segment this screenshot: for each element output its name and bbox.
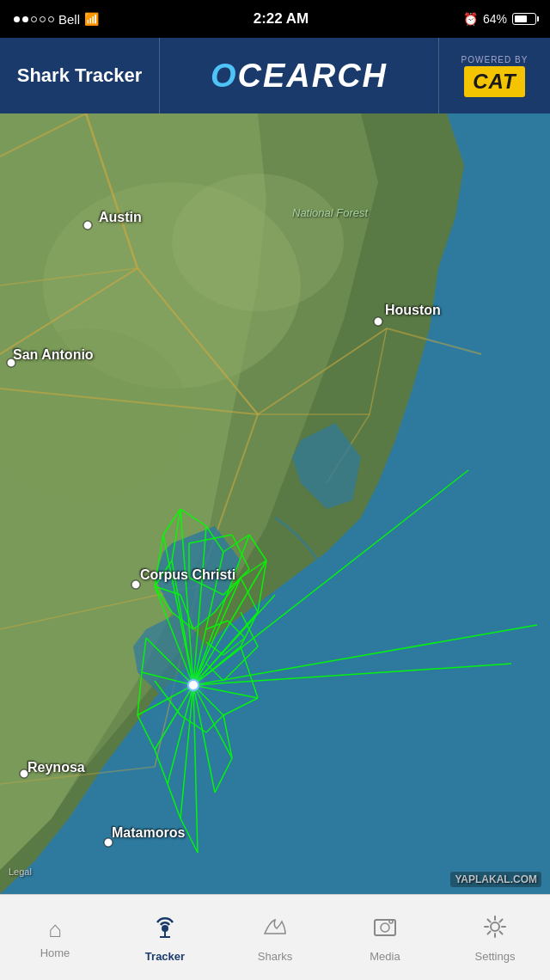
- tab-home-label: Home: [40, 946, 70, 959]
- svg-point-98: [7, 358, 15, 367]
- app-title: Shark Tracker: [0, 38, 160, 113]
- signal-dot-1: [14, 16, 20, 22]
- svg-point-97: [374, 317, 382, 326]
- settings-icon: [481, 913, 509, 946]
- status-left: Bell 📶: [14, 12, 99, 27]
- signal-dots: [14, 16, 54, 22]
- battery-percentage: 64%: [483, 12, 507, 26]
- map-svg: [0, 113, 550, 894]
- alarm-icon: ⏰: [463, 12, 478, 26]
- tab-sharks-label: Sharks: [258, 950, 292, 963]
- signal-dot-2: [22, 16, 28, 22]
- tracker-icon: [151, 913, 179, 946]
- svg-point-101: [104, 838, 113, 847]
- tab-settings-label: Settings: [475, 950, 516, 963]
- signal-dot-5: [48, 16, 54, 22]
- tab-settings[interactable]: Settings: [440, 895, 550, 980]
- tab-media[interactable]: Media: [330, 895, 440, 980]
- status-bar: Bell 📶 2:22 AM ⏰ 64%: [0, 0, 550, 38]
- media-icon: [371, 913, 399, 946]
- tab-sharks[interactable]: Sharks: [220, 895, 330, 980]
- svg-point-96: [83, 221, 92, 230]
- svg-point-6: [172, 174, 344, 311]
- signal-dot-3: [31, 16, 37, 22]
- national-forest-label: National Forest: [292, 206, 368, 219]
- cat-logo: CAT: [464, 66, 525, 97]
- home-icon: ⌂: [48, 916, 62, 943]
- powered-by-label: POWERED BY: [461, 55, 529, 64]
- battery-icon: [512, 13, 536, 25]
- wifi-icon: 📶: [84, 12, 99, 26]
- ocearch-logo: OCEARCH: [211, 58, 388, 95]
- svg-point-102: [162, 925, 168, 932]
- svg-point-107: [389, 920, 393, 923]
- tab-tracker-label: Tracker: [145, 950, 185, 963]
- watermark: YAPLAKAL.COM: [450, 872, 541, 887]
- svg-point-100: [20, 769, 28, 778]
- app-header: Shark Tracker OCEARCH POWERED BY CAT: [0, 38, 550, 113]
- tab-home[interactable]: ⌂ Home: [0, 895, 110, 980]
- svg-point-99: [131, 580, 140, 589]
- legal-text: Legal: [9, 867, 32, 877]
- powered-by-area: POWERED BY CAT: [438, 38, 550, 113]
- status-right: ⏰ 64%: [463, 12, 536, 26]
- signal-dot-4: [40, 16, 46, 22]
- tab-tracker[interactable]: Tracker: [110, 895, 220, 980]
- time-display: 2:22 AM: [254, 10, 309, 28]
- tab-media-label: Media: [370, 950, 400, 963]
- shark-location-dot[interactable]: [187, 679, 199, 691]
- sharks-icon: [261, 913, 289, 946]
- tab-bar: ⌂ Home Tracker Sharks: [0, 894, 550, 980]
- brand-logo-area: OCEARCH: [160, 58, 438, 95]
- svg-point-106: [381, 923, 389, 932]
- carrier-label: Bell: [58, 12, 80, 27]
- svg-point-108: [491, 922, 499, 931]
- map-area[interactable]: National Forest Austin Houston San Anton…: [0, 113, 550, 894]
